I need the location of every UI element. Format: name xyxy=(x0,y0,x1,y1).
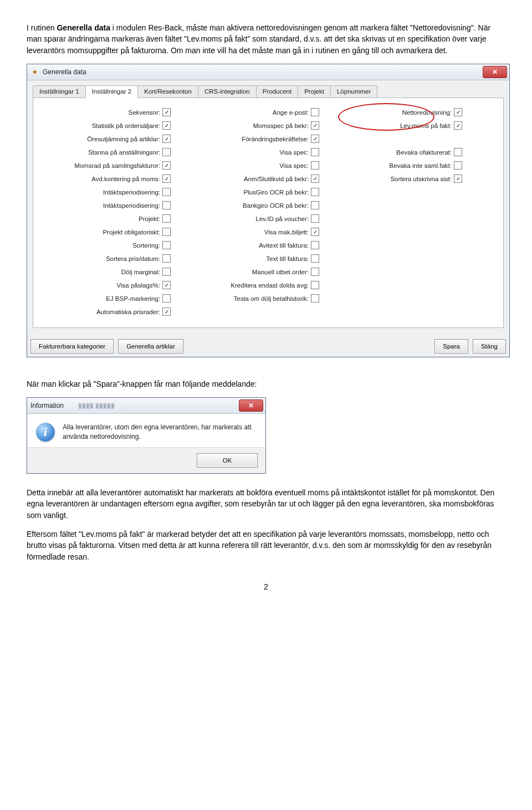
checkbox[interactable] xyxy=(311,241,319,249)
checkbox[interactable] xyxy=(311,121,319,130)
setting-label: Avitext till faktura: xyxy=(259,242,309,249)
setting-row: Testa om dölj betalhistorik: xyxy=(186,293,319,304)
setting-row: Nettoredovisning: xyxy=(335,107,462,118)
checkbox[interactable] xyxy=(311,254,319,263)
setting-label: Nettoredovisning: xyxy=(402,109,452,116)
checkbox[interactable] xyxy=(162,175,171,183)
setting-row: Bankgiro OCR på bekr: xyxy=(186,200,319,211)
p2: När man klickar på "Spara"-knappen får m… xyxy=(27,378,505,389)
setting-row: PlusGiro OCR på bekr: xyxy=(186,187,319,198)
checkbox[interactable] xyxy=(162,214,171,223)
checkbox[interactable] xyxy=(454,108,462,116)
close-icon[interactable]: ✕ xyxy=(239,399,263,412)
setting-label: Testa om dölj betalhistorik: xyxy=(233,295,309,302)
checkbox[interactable] xyxy=(162,161,171,170)
setting-row: Avitext till faktura: xyxy=(186,240,319,251)
setting-row: Automatiska prisrader: xyxy=(43,306,171,317)
setting-label: Bevaka ofakturerat: xyxy=(396,149,452,156)
setting-label: Stanna på anställningsnr: xyxy=(88,149,160,156)
setting-label: Sortera pris/datum: xyxy=(106,255,160,262)
setting-label: Bankgiro OCR på bekr: xyxy=(243,202,309,209)
setting-row: Visa spec: xyxy=(186,160,319,171)
checkbox[interactable] xyxy=(311,108,319,116)
checkbox[interactable] xyxy=(162,228,171,236)
checkbox[interactable] xyxy=(454,121,462,130)
tab-projekt[interactable]: Projekt xyxy=(298,85,331,98)
settings-grid: Sekvensnr:Statistik på ordersäljare:Öres… xyxy=(33,98,504,328)
setting-row: Visa spec: xyxy=(186,147,319,158)
checkbox[interactable] xyxy=(311,268,319,276)
setting-row: Intäktsperiodisering: xyxy=(43,200,171,211)
p4: Eftersom fältet "Lev.moms på fakt" är ma… xyxy=(27,529,505,562)
checkbox[interactable] xyxy=(454,148,462,156)
checkbox[interactable] xyxy=(162,121,171,130)
setting-label: EJ BSP-markering: xyxy=(106,295,160,302)
dialog-subtitle-blur: ▮▮▮▮ ▮▮▮▮▮ xyxy=(78,402,115,409)
checkbox[interactable] xyxy=(311,201,319,209)
dialog-titlebar: Information ▮▮▮▮ ▮▮▮▮▮ ✕ xyxy=(27,398,265,414)
checkbox[interactable] xyxy=(162,254,171,263)
ok-button[interactable]: OK xyxy=(197,453,258,468)
setting-label: Visa spec: xyxy=(279,149,309,156)
checkbox[interactable] xyxy=(311,135,319,143)
window-button-bar: Fakturerbara kategorier Generella artikl… xyxy=(27,334,509,357)
setting-label: Avd.kontering på moms: xyxy=(91,176,160,182)
stang-button[interactable]: Stäng xyxy=(473,339,506,353)
settings-col-2: Ange e-post:Momsspec på bekr:Förändrings… xyxy=(186,107,319,317)
checkbox[interactable] xyxy=(454,175,462,183)
checkbox[interactable] xyxy=(162,201,171,209)
setting-label: Intäktsperiodisering: xyxy=(103,202,160,209)
tab-producent[interactable]: Producent xyxy=(256,85,298,98)
setting-label: Sortera utskrivna sist: xyxy=(390,176,452,182)
setting-row: Sortera utskrivna sist: xyxy=(335,173,462,184)
checkbox[interactable] xyxy=(162,135,171,143)
setting-row: Projekt obligatoriskt: xyxy=(43,227,171,238)
tab-installningar-1[interactable]: Inställningar 1 xyxy=(33,85,86,98)
settings-col-3: Nettoredovisning:Lev.moms på fakt:Bevaka… xyxy=(335,107,462,317)
setting-label: Förändringsbekräftelse: xyxy=(242,136,309,142)
setting-label: Visa påslags%: xyxy=(117,282,160,289)
checkbox[interactable] xyxy=(162,281,171,289)
tab-crs-integration[interactable]: CRS-integration xyxy=(198,85,257,98)
tab-installningar-2[interactable]: Inställningar 2 xyxy=(85,85,139,98)
tab-kort-resekonton[interactable]: Kort/Resekonton xyxy=(137,85,198,98)
generella-artiklar-button[interactable]: Generella artiklar xyxy=(118,339,183,353)
dialog-body: i Alla leverantörer, utom den egna lever… xyxy=(27,414,265,447)
setting-row: Sekvensnr: xyxy=(43,107,171,118)
checkbox[interactable] xyxy=(162,241,171,249)
checkbox[interactable] xyxy=(311,228,319,236)
setting-row: Avd.kontering på moms: xyxy=(43,173,171,184)
setting-row: EJ BSP-markering: xyxy=(43,293,171,304)
fakturerbara-kategorier-button[interactable]: Fakturerbara kategorier xyxy=(30,339,114,353)
close-icon[interactable]: ✕ xyxy=(483,66,507,78)
setting-label: Projekt: xyxy=(139,216,160,222)
setting-label: Statistik på ordersäljare: xyxy=(92,122,160,129)
checkbox[interactable] xyxy=(311,294,319,303)
settings-col-1: Sekvensnr:Statistik på ordersäljare:Öres… xyxy=(43,107,171,317)
checkbox[interactable] xyxy=(162,148,171,156)
checkbox[interactable] xyxy=(311,148,319,156)
checkbox[interactable] xyxy=(162,268,171,276)
tab-lopnummer[interactable]: Löpnummer xyxy=(330,85,377,98)
checkbox[interactable] xyxy=(162,307,171,316)
setting-row: Öresutjämning på artiklar: xyxy=(43,134,171,145)
checkbox[interactable] xyxy=(311,161,319,170)
checkbox[interactable] xyxy=(311,188,319,196)
checkbox[interactable] xyxy=(162,108,171,116)
checkbox[interactable] xyxy=(311,214,319,223)
setting-row: Text till faktura: xyxy=(186,253,319,264)
setting-label: Lev.ID på voucher: xyxy=(255,216,309,222)
checkbox[interactable] xyxy=(454,161,462,170)
setting-row: Dölj marginal: xyxy=(43,266,171,278)
checkbox[interactable] xyxy=(162,294,171,303)
page-number: 2 xyxy=(27,582,505,591)
checkbox[interactable] xyxy=(311,281,319,289)
checkbox[interactable] xyxy=(311,175,319,183)
checkbox[interactable] xyxy=(162,188,171,196)
tabs: Inställningar 1 Inställningar 2 Kort/Res… xyxy=(33,85,504,98)
setting-label: Projekt obligatoriskt: xyxy=(103,229,160,235)
setting-label: Text till faktura: xyxy=(266,255,309,262)
setting-label: Intäktsperiodisering: xyxy=(103,189,160,196)
spara-button[interactable]: Spara xyxy=(434,339,468,353)
setting-label: Lev.moms på fakt: xyxy=(400,122,452,129)
